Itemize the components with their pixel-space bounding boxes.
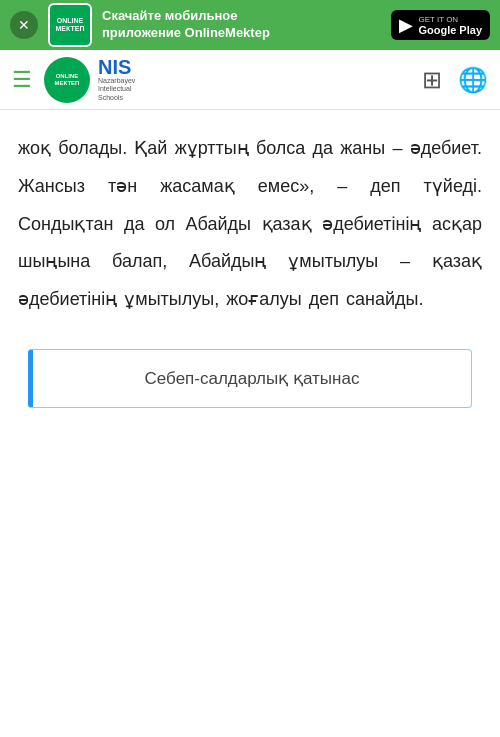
nis-logo: NIS Nazarbayev Intellectual Schools: [98, 57, 135, 102]
answer-box[interactable]: Себеп-салдарлық қатынас: [28, 349, 472, 408]
logo-group: ONLINE МЕКТЕП NIS Nazarbayev Intellectua…: [44, 57, 422, 103]
online-logo-line1: ONLINE: [56, 73, 79, 80]
globe-icon[interactable]: 🌐: [458, 66, 488, 94]
banner-logo-line2: МЕКТЕП: [56, 25, 85, 33]
list-view-icon[interactable]: ⊞: [422, 66, 442, 94]
banner-left: ✕ ONLINE МЕКТЕП Скачайте мобильное прило…: [10, 3, 270, 47]
header-nav: ☰ ONLINE МЕКТЕП NIS Nazarbayev Intellect…: [0, 50, 500, 110]
nis-sub-line1: Nazarbayev: [98, 77, 135, 85]
banner-logo-line1: ONLINE: [57, 17, 83, 25]
answer-box-container: Себеп-салдарлық қатынас: [28, 349, 472, 408]
main-content: жоқ болады. Қай жұрттың болса да жаны – …: [0, 110, 500, 448]
banner-text-line2: приложение OnlineMektep: [102, 25, 270, 42]
nis-sub-line3: Schools: [98, 94, 135, 102]
banner-text: Скачайте мобильное приложение OnlineMekt…: [102, 8, 270, 42]
article-text: жоқ болады. Қай жұрттың болса да жаны – …: [18, 130, 482, 319]
online-logo-line2: МЕКТЕП: [55, 80, 80, 87]
nis-text: NIS: [98, 57, 135, 77]
banner-app-logo: ONLINE МЕКТЕП: [48, 3, 92, 47]
play-text-group: GET IT ON Google Play: [418, 15, 482, 36]
banner-logo-inner: ONLINE МЕКТЕП: [50, 5, 90, 45]
top-banner: ✕ ONLINE МЕКТЕП Скачайте мобильное прило…: [0, 0, 500, 50]
google-play-label: Google Play: [418, 24, 482, 36]
online-mektep-logo: ONLINE МЕКТЕП: [44, 57, 90, 103]
close-icon: ✕: [18, 17, 30, 33]
nav-right: ⊞ 🌐: [422, 66, 488, 94]
answer-box-text: Себеп-салдарлық қатынас: [145, 369, 360, 388]
banner-close-button[interactable]: ✕: [10, 11, 38, 39]
google-play-button[interactable]: ▶ GET IT ON Google Play: [391, 10, 490, 40]
banner-text-line1: Скачайте мобильное: [102, 8, 270, 25]
nis-sub-line2: Intellectual: [98, 85, 135, 93]
menu-icon[interactable]: ☰: [12, 67, 32, 93]
play-store-icon: ▶: [399, 14, 413, 36]
get-it-on-label: GET IT ON: [418, 15, 482, 24]
